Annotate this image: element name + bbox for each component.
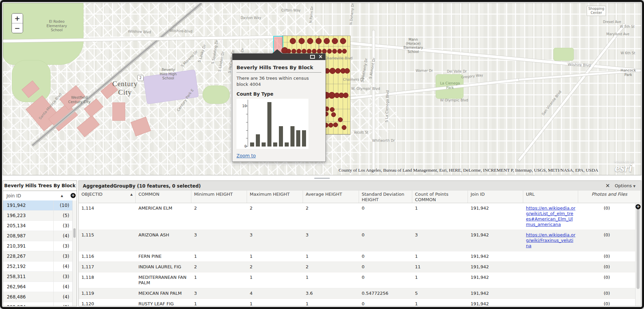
tree-dot[interactable] xyxy=(324,38,330,44)
table-scrollbar-thumb[interactable] xyxy=(637,206,640,289)
table-row[interactable]: 1,116FERN PINE11101191,942(0) xyxy=(79,251,636,262)
table-cell: 2 xyxy=(247,262,303,272)
column-header-maximum-height[interactable]: Maximum HEIGHT xyxy=(247,191,303,203)
join-id-value: 191,942 xyxy=(3,200,53,210)
tree-dot[interactable] xyxy=(342,125,346,130)
join-list-panel: Beverly Hills Trees By Block Join ID ▲ +… xyxy=(3,180,77,306)
chart-tick-label: 10 xyxy=(239,104,247,108)
tree-dot[interactable] xyxy=(297,49,301,54)
join-list-scrollbar[interactable] xyxy=(72,200,77,306)
tree-dot[interactable] xyxy=(328,123,333,128)
tree-dot[interactable] xyxy=(340,38,346,44)
table-cell: 1 xyxy=(247,299,303,306)
column-header-common[interactable]: COMMON xyxy=(136,191,191,203)
tree-dot[interactable] xyxy=(312,49,317,54)
table-cell: 1 xyxy=(412,251,468,262)
table-cell: 3 xyxy=(247,230,303,251)
zoom-in-button[interactable]: + xyxy=(12,14,23,23)
column-header-label: Count of Points COMMON xyxy=(415,192,448,202)
chart-minor-tick xyxy=(246,122,248,122)
join-id-row[interactable]: 205,134(3) xyxy=(3,221,73,231)
tree-dot[interactable] xyxy=(343,93,348,98)
tree-dot[interactable] xyxy=(337,49,342,54)
join-id-row[interactable]: 228,267(3) xyxy=(3,251,73,262)
tree-dot[interactable] xyxy=(330,107,335,112)
zoom-out-button[interactable]: − xyxy=(12,23,23,33)
zoom-to-link[interactable]: Zoom to xyxy=(236,153,256,158)
divider-drag-handle[interactable] xyxy=(314,178,330,179)
table-cell: 1 xyxy=(412,299,468,306)
join-id-row[interactable]: 268,486(4) xyxy=(3,292,73,302)
count-by-type-bar-chart: 010 xyxy=(236,99,308,149)
tree-dot[interactable] xyxy=(286,49,291,54)
table-cell: (0) xyxy=(578,251,636,262)
panel-divider[interactable] xyxy=(2,176,642,180)
tree-dot[interactable] xyxy=(316,38,322,44)
tree-dot[interactable] xyxy=(329,68,336,74)
join-id-row[interactable]: 208,987(4) xyxy=(3,231,73,241)
options-button[interactable]: Options ▼ xyxy=(615,183,641,188)
join-list-scrollbar-thumb[interactable] xyxy=(73,228,76,238)
tree-dot[interactable] xyxy=(342,49,347,54)
map-canvas[interactable]: + − × Beverly Hills Trees By Block There… xyxy=(3,3,641,175)
join-id-row[interactable]: 252,192(4) xyxy=(3,262,73,272)
column-header-average-height[interactable]: Average HEIGHT xyxy=(303,191,359,203)
tree-dot[interactable] xyxy=(332,49,337,54)
table-cell: AMERICAN ELM xyxy=(136,203,191,230)
tree-dot[interactable] xyxy=(307,38,313,44)
table-row[interactable]: 1,120RUSTY LEAF FIG11101191,942(0) xyxy=(79,299,636,306)
column-header-standard-deviation-height[interactable]: Standard Deviation HEIGHT xyxy=(359,191,412,203)
tree-dot[interactable] xyxy=(331,112,336,117)
table-row[interactable]: 1,114AMERICAN ELM22201191,942https://en.… xyxy=(79,203,636,230)
chart-bar xyxy=(250,142,254,147)
app-window: + − × Beverly Hills Trees By Block There… xyxy=(0,0,644,309)
table-add-circle-icon[interactable]: + xyxy=(636,204,641,209)
url-link[interactable]: https://en.wikipedia.org/wiki/List_of_el… xyxy=(526,206,575,227)
table-row[interactable]: 1,118MEDITERRANEAN FAN PALM11101191,942(… xyxy=(79,272,636,288)
column-header-minimum-height[interactable]: Minimum HEIGHT xyxy=(191,191,247,203)
table-close-icon[interactable]: ✕ xyxy=(601,182,614,189)
tree-dot[interactable] xyxy=(335,68,341,74)
tree-dot[interactable] xyxy=(291,49,296,54)
park-area xyxy=(553,48,574,61)
building-footprint xyxy=(112,102,125,121)
column-header-photos-and-files[interactable]: Photos and Files xyxy=(578,191,641,203)
table-scrollbar[interactable] xyxy=(635,203,641,306)
tree-dot[interactable] xyxy=(290,38,296,44)
chart-heading: Count By Type xyxy=(236,91,321,97)
tree-dot[interactable] xyxy=(322,49,327,54)
tree-dot[interactable] xyxy=(327,49,332,54)
tree-dot[interactable] xyxy=(333,122,338,127)
close-icon[interactable]: × xyxy=(318,54,323,60)
tree-dot[interactable] xyxy=(317,49,322,54)
join-id-row[interactable]: 191,942(10) xyxy=(3,200,73,211)
table-cell: 1 xyxy=(303,299,359,306)
join-id-column-header[interactable]: Join ID ▲ + xyxy=(3,191,77,201)
column-header-url[interactable]: URL xyxy=(523,191,578,203)
table-row[interactable]: 1,117INDIAN LAUREL FIG222011191,942(0) xyxy=(79,262,636,272)
tree-dot[interactable] xyxy=(344,68,350,74)
join-id-row[interactable]: 282,874(2) xyxy=(3,302,73,306)
tree-dot[interactable] xyxy=(302,49,306,54)
add-circle-icon[interactable]: + xyxy=(71,193,76,198)
join-id-row[interactable]: 262,964(4) xyxy=(3,282,73,292)
column-header-count-of-points-common[interactable]: Count of Points COMMON xyxy=(412,191,468,203)
table-cell: (0) xyxy=(578,230,636,251)
maximize-icon[interactable] xyxy=(310,55,315,59)
column-header-objectid[interactable]: OBJECTID▲ xyxy=(79,191,136,203)
column-header-join-id[interactable]: Join ID xyxy=(468,191,523,203)
url-link[interactable]: https://en.wikipedia.org/wiki/Fraxinus_v… xyxy=(526,232,575,248)
tree-dot[interactable] xyxy=(338,117,343,122)
table-row[interactable]: 1,119MEXICAN FAN PALM343.60.547722565191… xyxy=(79,288,636,299)
table-cell: 2 xyxy=(191,203,247,230)
join-id-row[interactable]: 258,311(3) xyxy=(3,272,73,282)
join-id-row[interactable]: 210,391(3) xyxy=(3,241,73,251)
tree-dot[interactable] xyxy=(307,49,311,54)
tree-dot[interactable] xyxy=(332,38,338,44)
join-id-row[interactable]: 196,223(5) xyxy=(3,211,73,221)
column-header-label: Standard Deviation HEIGHT xyxy=(362,192,404,202)
table-grid: OBJECTID▲COMMONMinimum HEIGHTMaximum HEI… xyxy=(79,191,641,306)
table-row[interactable]: 1,115ARIZONA ASH33303191,942https://en.w… xyxy=(79,230,636,251)
tab-beverly-hills-trees-by-block[interactable]: Beverly Hills Trees By Block xyxy=(3,181,77,191)
tree-dot[interactable] xyxy=(299,38,305,44)
